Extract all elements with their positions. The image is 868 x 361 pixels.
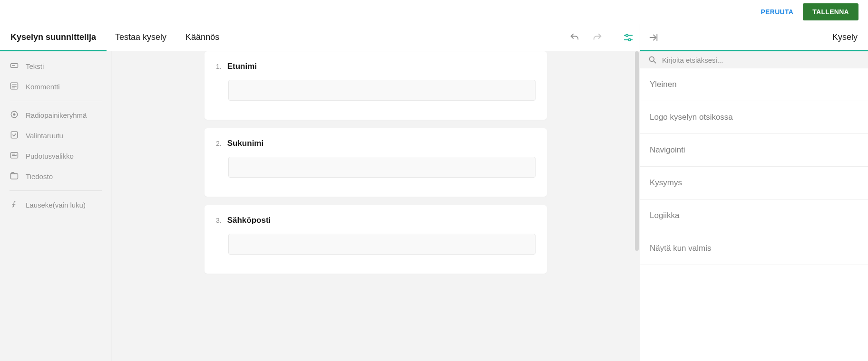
settings-toggle-button[interactable] [617,24,640,51]
undo-icon [569,32,580,43]
file-icon [10,171,19,182]
check-icon [10,130,19,141]
toolbox-item-label: Valintaruutu [26,132,63,140]
svg-point-12 [13,114,16,116]
app-root: PERUUTA TALLENNA Kyselyn suunnittelija T… [0,0,868,361]
question-input-wrap [228,234,536,255]
accordion-section[interactable]: Logo kyselyn otsikossa [640,101,868,134]
question-card[interactable]: 3. Sähköposti [205,205,547,274]
question-number: 2. [216,140,222,147]
svg-rect-17 [11,174,18,179]
expression-item[interactable]: Lauseke(vain luku) [0,195,111,215]
collapse-panel-button[interactable] [640,24,667,51]
text-input-preview[interactable] [228,80,536,101]
question-header: 1. Etunimi [216,62,536,71]
checkbox-item[interactable]: Valintaruutu [0,125,111,146]
accordion-section[interactable]: Logiikka [640,200,868,232]
question-header: 2. Sukunimi [216,139,536,148]
toolbox-separator [10,190,102,191]
redo-icon [592,32,603,43]
svg-point-3 [628,38,631,41]
accordion-section[interactable]: Yleinen [640,68,868,101]
search-input[interactable] [662,56,860,64]
question-title[interactable]: Etunimi [227,62,257,71]
design-canvas[interactable]: 1. Etunimi 2. Sukunimi 3. Sähköposti [112,51,640,361]
collapse-right-icon [648,32,659,43]
text-icon [10,61,19,72]
question-card[interactable]: 1. Etunimi [205,51,547,120]
question-number: 1. [216,63,222,70]
dropdown-icon [10,151,19,162]
svg-rect-13 [11,132,17,138]
question-header: 3. Sähköposti [216,216,536,225]
file-item[interactable]: Tiedosto [0,166,111,187]
top-bar: PERUUTA TALLENNA [0,0,868,24]
question-title[interactable]: Sähköposti [227,216,271,225]
right-panel-header: Kysely [640,24,868,51]
dropdown-item[interactable]: Pudotusvalikko [0,146,111,166]
tab-translate[interactable]: Käännös [185,24,219,51]
save-button[interactable]: TALLENNA [803,3,858,20]
question-card[interactable]: 2. Sukunimi [205,128,547,197]
toolbox-item-label: Kommentti [26,83,60,91]
redo-button[interactable] [586,24,609,51]
properties-search [640,51,868,68]
question-number: 3. [216,217,222,224]
tabs: Kyselyn suunnittelija Testaa kysely Kään… [0,24,219,51]
question-input-wrap [228,157,536,178]
sliders-icon [623,32,634,43]
accordion-section[interactable]: Näytä kun valmis [640,232,868,265]
radio-icon [10,110,19,121]
svg-line-20 [653,61,656,63]
fx-icon [10,200,19,210]
tab-test[interactable]: Testaa kysely [115,24,166,51]
toolbox-item-label: Tiedosto [26,172,53,180]
tab-row: Kyselyn suunnittelija Testaa kysely Kään… [0,24,868,51]
right-panel-title: Kysely [667,24,868,51]
comment-item[interactable]: Kommentti [0,76,111,97]
radiogroup-item[interactable]: Radiopainikeryhmä [0,105,111,125]
text-input-preview[interactable] [228,157,536,178]
accordion-section[interactable]: Kysymys [640,167,868,200]
text-item[interactable]: Teksti [0,56,111,76]
undo-button[interactable] [563,24,586,51]
main-area: TekstiKommentti RadiopainikeryhmäValinta… [0,51,868,361]
search-icon [648,55,657,65]
properties-panel: YleinenLogo kyselyn otsikossaNavigointiK… [640,51,868,361]
toolbox-item-label: Radiopainikeryhmä [26,111,87,119]
accordion-section[interactable]: Navigointi [640,134,868,167]
tab-action-icons [563,24,640,51]
question-input-wrap [228,80,536,101]
toolbox-item-label: Teksti [26,62,44,70]
toolbox-item-label: Lauseke(vain luku) [26,201,86,209]
cancel-button[interactable]: PERUUTA [761,8,793,16]
canvas-scrollbar[interactable] [635,51,639,251]
question-title[interactable]: Sukunimi [227,139,264,148]
tab-designer[interactable]: Kyselyn suunnittelija [10,24,96,51]
svg-point-1 [626,34,628,37]
svg-rect-14 [11,152,18,158]
text-input-preview[interactable] [228,234,536,255]
toolbox: TekstiKommentti RadiopainikeryhmäValinta… [0,51,112,361]
comment-icon [10,81,19,92]
toolbox-item-label: Pudotusvalikko [26,152,74,160]
toolbox-separator [10,101,102,101]
